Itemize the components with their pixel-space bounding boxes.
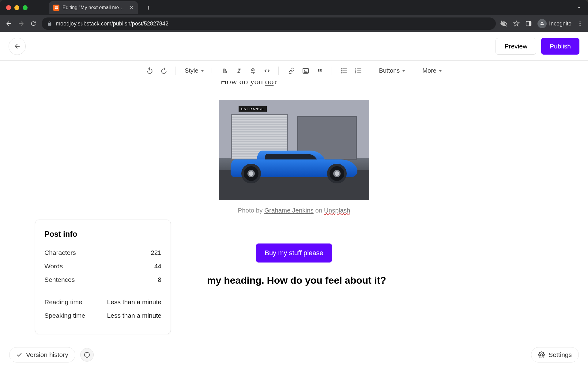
redo-button[interactable] bbox=[158, 65, 170, 77]
svg-point-21 bbox=[87, 353, 87, 354]
info-row-speaking: Speaking time Less than a minute bbox=[44, 309, 161, 322]
tab-title: Editing "My next email messag bbox=[62, 5, 126, 10]
body-text[interactable]: How do you do? bbox=[181, 81, 407, 86]
bullet-list-button[interactable] bbox=[338, 65, 350, 77]
info-row-reading: Reading time Less than a minute bbox=[44, 295, 161, 309]
info-row-words: Words 44 bbox=[44, 259, 161, 273]
browser-chrome: Editing "My next email messag ✕ ＋ moodjo… bbox=[0, 0, 588, 32]
cta-button[interactable]: Buy my stuff please bbox=[256, 243, 332, 263]
incognito-label: Incognito bbox=[549, 21, 571, 27]
url-input[interactable]: moodjoy.substack.com/publish/post/528278… bbox=[42, 17, 496, 30]
header-actions: Preview Publish bbox=[496, 38, 579, 55]
entrance-sign: ENTRANCE bbox=[239, 106, 267, 112]
svg-point-6 bbox=[304, 70, 305, 71]
svg-rect-10 bbox=[343, 68, 347, 69]
more-dropdown[interactable]: More bbox=[420, 67, 444, 74]
strikethrough-button[interactable] bbox=[247, 65, 259, 77]
info-icon bbox=[84, 351, 90, 358]
svg-text:3: 3 bbox=[355, 71, 356, 74]
window-maximize-button[interactable] bbox=[23, 5, 28, 10]
app-header: Preview Publish bbox=[0, 32, 588, 61]
svg-rect-11 bbox=[343, 70, 347, 71]
chevron-down-icon bbox=[201, 70, 204, 72]
check-icon bbox=[16, 352, 22, 358]
caption-author-link[interactable]: Grahame Jenkins bbox=[264, 207, 314, 214]
gear-icon bbox=[538, 351, 545, 358]
code-button[interactable] bbox=[261, 65, 273, 77]
address-bar: moodjoy.substack.com/publish/post/528278… bbox=[0, 15, 588, 32]
editor-content: How do you do? ENTRANCE Photo by Grahame… bbox=[0, 81, 588, 368]
info-row-sentences: Sentences 8 bbox=[44, 273, 161, 286]
svg-point-2 bbox=[579, 21, 580, 22]
publish-button[interactable]: Publish bbox=[541, 38, 579, 55]
editor-toolbar: Style 123 Buttons More bbox=[0, 61, 588, 81]
svg-rect-16 bbox=[357, 68, 361, 69]
info-row-characters: Characters 221 bbox=[44, 246, 161, 259]
settings-button[interactable]: Settings bbox=[531, 347, 579, 362]
preview-button[interactable]: Preview bbox=[496, 38, 536, 55]
image-caption[interactable]: Photo by Grahame Jenkins on Unsplash bbox=[181, 207, 407, 214]
tab-bar: Editing "My next email messag ✕ ＋ bbox=[0, 0, 588, 15]
incognito-badge[interactable]: Incognito bbox=[537, 19, 571, 28]
svg-rect-12 bbox=[343, 72, 347, 73]
svg-point-8 bbox=[341, 70, 342, 71]
svg-point-9 bbox=[341, 72, 342, 73]
content-heading[interactable]: my heading. How do you feel about it? bbox=[207, 275, 407, 286]
post-info-title: Post info bbox=[44, 230, 161, 239]
nav-reload-button[interactable] bbox=[29, 20, 37, 28]
svg-rect-1 bbox=[529, 21, 531, 26]
traffic-lights bbox=[6, 5, 28, 10]
tab-close-icon[interactable]: ✕ bbox=[129, 4, 134, 11]
browser-tab[interactable]: Editing "My next email messag ✕ bbox=[49, 1, 138, 14]
info-divider bbox=[44, 291, 161, 291]
svg-point-4 bbox=[579, 25, 580, 26]
svg-rect-17 bbox=[357, 70, 361, 71]
browser-right-icons: Incognito bbox=[500, 19, 583, 28]
bookmark-star-icon[interactable] bbox=[513, 20, 520, 27]
lock-icon bbox=[47, 21, 52, 26]
version-history-button[interactable]: Version history bbox=[9, 347, 75, 362]
panel-icon[interactable] bbox=[525, 20, 532, 27]
undo-button[interactable] bbox=[144, 65, 156, 77]
caption-source-link[interactable]: Unsplash bbox=[324, 207, 350, 214]
new-tab-button[interactable]: ＋ bbox=[141, 3, 156, 12]
svg-rect-20 bbox=[87, 354, 87, 356]
bold-button[interactable] bbox=[219, 65, 231, 77]
substack-favicon-icon bbox=[53, 5, 59, 11]
eye-off-icon[interactable] bbox=[500, 20, 507, 27]
window-minimize-button[interactable] bbox=[14, 5, 19, 10]
italic-button[interactable] bbox=[233, 65, 245, 77]
window-close-button[interactable] bbox=[6, 5, 11, 10]
kebab-menu-icon[interactable] bbox=[577, 21, 583, 27]
svg-point-7 bbox=[341, 68, 342, 69]
url-text: moodjoy.substack.com/publish/post/528278… bbox=[56, 21, 168, 27]
chevron-down-icon bbox=[402, 70, 405, 72]
post-info-popover: Post info Characters 221 Words 44 Senten… bbox=[35, 220, 171, 334]
editor-column[interactable]: How do you do? ENTRANCE Photo by Grahame… bbox=[181, 81, 407, 286]
blockquote-button[interactable] bbox=[314, 65, 326, 77]
nav-forward-button[interactable] bbox=[17, 20, 25, 28]
ordered-list-button[interactable]: 123 bbox=[352, 65, 364, 77]
image-car bbox=[228, 150, 360, 184]
image-button[interactable] bbox=[300, 65, 312, 77]
incognito-icon bbox=[537, 19, 547, 28]
bottom-bar: Version history Settings bbox=[0, 342, 588, 368]
style-dropdown[interactable]: Style bbox=[182, 67, 206, 74]
buttons-dropdown[interactable]: Buttons bbox=[377, 67, 408, 74]
chevron-down-icon bbox=[439, 70, 442, 72]
window-dropdown-icon[interactable] bbox=[576, 5, 582, 10]
svg-rect-18 bbox=[357, 72, 361, 73]
post-info-toggle-button[interactable] bbox=[80, 348, 94, 362]
back-button[interactable] bbox=[9, 38, 26, 55]
content-image[interactable]: ENTRANCE bbox=[219, 100, 369, 200]
svg-point-3 bbox=[579, 23, 580, 24]
link-button[interactable] bbox=[285, 65, 298, 77]
nav-back-button[interactable] bbox=[5, 20, 13, 28]
